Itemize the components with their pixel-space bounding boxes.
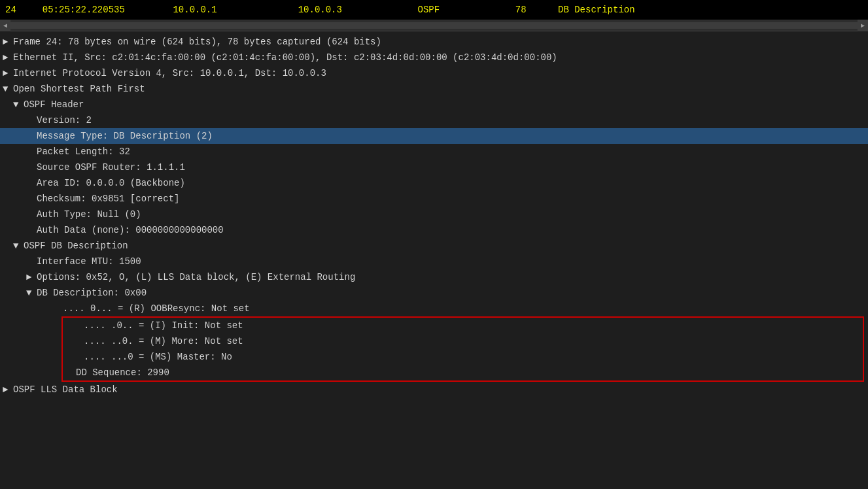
pkt-len-spacer (26, 144, 34, 159)
frame-line[interactable]: ► Frame 24: 78 bytes on wire (624 bits),… (0, 34, 868, 50)
auth-type-spacer (26, 207, 34, 222)
db-desc-text: DB Description: 0x00 (37, 286, 147, 300)
frame-text: Frame 24: 78 bytes on wire (624 bits), 7… (13, 35, 381, 49)
version-line[interactable]: Version: 2 (0, 112, 868, 128)
expand-ospf-lls-icon[interactable]: ► (3, 382, 10, 397)
ospf-lls-line[interactable]: ► OSPF LLS Data Block (0, 382, 868, 397)
expand-frame-icon[interactable]: ► (3, 35, 10, 49)
top-bar-content: 24 (5, 5, 16, 15)
dd-seq-line[interactable]: DD Sequence: 2990 (63, 365, 863, 380)
iface-mtu-line[interactable]: Interface MTU: 1500 (0, 254, 868, 269)
master-spacer (73, 350, 81, 364)
ospf-lls-text: OSPF LLS Data Block (13, 382, 118, 397)
top-bar-proto: OSPF (418, 5, 440, 15)
expand-db-desc-icon[interactable]: ▼ (26, 286, 34, 300)
auth-type-text: Auth Type: Null (0) (37, 207, 141, 222)
ip-line[interactable]: ► Internet Protocol Version 4, Src: 10.0… (0, 65, 868, 81)
more-line[interactable]: .... ..0. = (M) More: Not set (63, 333, 863, 349)
iface-mtu-text: Interface MTU: 1500 (37, 254, 141, 269)
init-spacer (73, 318, 81, 333)
scroll-right-arrow[interactable]: ▶ (858, 20, 868, 31)
src-router-spacer (26, 160, 34, 175)
options-text: Options: 0x52, O, (L) LLS Data block, (E… (37, 270, 355, 284)
ospf-text: Open Shortest Path First (13, 82, 145, 96)
area-id-text: Area ID: 0.0.0.0 (Backbone) (37, 176, 185, 190)
msg-type-spacer (26, 129, 34, 143)
scrollbar[interactable]: ◀ ▶ (0, 20, 868, 31)
msg-type-line[interactable]: Message Type: DB Description (2) (0, 128, 868, 144)
expand-options-icon[interactable]: ► (26, 270, 34, 284)
ip-text: Internet Protocol Version 4, Src: 10.0.0… (13, 66, 326, 80)
more-spacer (73, 334, 81, 348)
msg-type-text: Message Type: DB Description (2) (37, 129, 213, 143)
init-text: .... .0.. = (I) Init: Not set (84, 318, 243, 333)
oobresync-spacer (52, 301, 60, 316)
expand-ethernet-icon[interactable]: ► (3, 50, 10, 65)
ethernet-line[interactable]: ► Ethernet II, Src: c2:01:4c:fa:00:00 (c… (0, 50, 868, 65)
area-id-line[interactable]: Area ID: 0.0.0.0 (Backbone) (0, 175, 868, 191)
expand-ip-icon[interactable]: ► (3, 66, 10, 80)
version-spacer (26, 113, 34, 127)
expand-ospf-db-icon[interactable]: ▼ (13, 239, 21, 253)
db-desc-line[interactable]: ▼ DB Description: 0x00 (0, 285, 868, 301)
auth-data-text: Auth Data (none): 0000000000000000 (37, 223, 224, 237)
top-bar-length: 78 (515, 5, 527, 15)
boxed-section: .... .0.. = (I) Init: Not set .... ..0. … (61, 316, 864, 382)
src-router-text: Source OSPF Router: 1.1.1.1 (37, 160, 185, 175)
dd-seq-text: DD Sequence: 2990 (76, 365, 169, 380)
expand-ospf-icon[interactable]: ▼ (3, 82, 10, 96)
master-text: .... ...0 = (MS) Master: No (84, 350, 232, 364)
top-bar-time: 05:25:22.220535 (43, 5, 125, 15)
checksum-spacer (26, 192, 34, 206)
checksum-text: Checksum: 0x9851 [correct] (37, 192, 179, 206)
ospf-header-text: OSPF Header (24, 97, 84, 112)
pkt-len-text: Packet Length: 32 (37, 144, 130, 159)
ospf-header-line[interactable]: ▼ OSPF Header (0, 97, 868, 112)
oobresync-text: .... 0... = (R) OOBResync: Not set (63, 301, 250, 316)
options-line[interactable]: ► Options: 0x52, O, (L) LLS Data block, … (0, 269, 868, 285)
auth-type-line[interactable]: Auth Type: Null (0) (0, 207, 868, 222)
expand-ospf-header-icon[interactable]: ▼ (13, 97, 21, 112)
scroll-left-arrow[interactable]: ◀ (0, 20, 10, 31)
iface-mtu-spacer (26, 254, 34, 269)
content-area: ► Frame 24: 78 bytes on wire (624 bits),… (0, 31, 868, 489)
top-bar-info: DB Description (558, 5, 635, 15)
ospf-db-desc-text: OSPF DB Description (24, 239, 128, 253)
master-line[interactable]: .... ...0 = (MS) Master: No (63, 349, 863, 365)
top-bar-src: 10.0.0.1 (173, 5, 217, 15)
version-text: Version: 2 (37, 113, 92, 127)
scroll-track[interactable] (10, 22, 858, 29)
more-text: .... ..0. = (M) More: Not set (84, 334, 243, 348)
dd-seq-spacer (65, 365, 73, 380)
src-router-line[interactable]: Source OSPF Router: 1.1.1.1 (0, 160, 868, 175)
auth-data-line[interactable]: Auth Data (none): 0000000000000000 (0, 222, 868, 238)
area-id-spacer (26, 176, 34, 190)
init-line[interactable]: .... .0.. = (I) Init: Not set (63, 318, 863, 333)
ospf-line[interactable]: ▼ Open Shortest Path First (0, 81, 868, 97)
auth-data-spacer (26, 223, 34, 237)
pkt-len-line[interactable]: Packet Length: 32 (0, 144, 868, 160)
checksum-line[interactable]: Checksum: 0x9851 [correct] (0, 191, 868, 207)
top-bar: 24 05:25:22.220535 10.0.0.1 10.0.0.3 OSP… (0, 0, 868, 20)
oobresync-line[interactable]: .... 0... = (R) OOBResync: Not set (0, 301, 868, 316)
top-bar-dst: 10.0.0.3 (298, 5, 342, 15)
ethernet-text: Ethernet II, Src: c2:01:4c:fa:00:00 (c2:… (13, 50, 557, 65)
ospf-db-desc-line[interactable]: ▼ OSPF DB Description (0, 238, 868, 254)
